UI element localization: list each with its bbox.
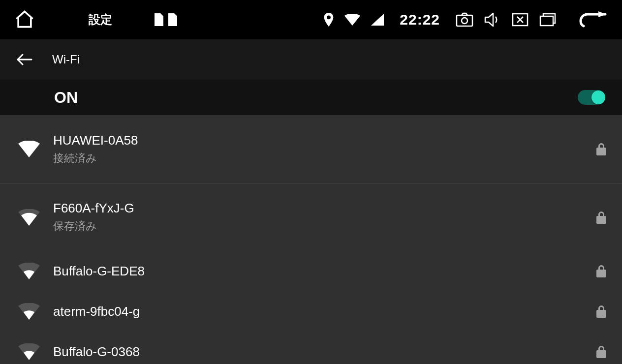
recent-apps-icon[interactable]: [539, 13, 556, 27]
camera-icon[interactable]: [456, 12, 473, 27]
wifi-status: 接続済み: [53, 151, 138, 166]
wifi-network-row[interactable]: Buffalo-G-0368: [0, 332, 622, 364]
svg-rect-0: [457, 15, 472, 26]
wifi-toggle-label: ON: [54, 89, 78, 107]
wifi-ssid: Buffalo-G-EDE8: [53, 264, 145, 279]
volume-icon[interactable]: [484, 12, 501, 27]
page-header: Wi-Fi: [0, 39, 622, 80]
status-clock: 22:22: [400, 11, 440, 28]
wifi-toggle-row[interactable]: ON: [0, 80, 622, 115]
wifi-ssid: aterm-9fbc04-g: [53, 304, 140, 319]
lock-icon: [596, 305, 606, 318]
wifi-toggle-switch[interactable]: [578, 90, 605, 105]
wifi-signal-icon: [12, 303, 46, 320]
home-icon[interactable]: [14, 9, 35, 30]
wifi-network-row[interactable]: aterm-9fbc04-g: [0, 291, 622, 332]
lock-icon: [596, 211, 606, 224]
close-app-icon[interactable]: [512, 13, 529, 27]
wifi-signal-icon: [12, 141, 46, 157]
signal-icon: [371, 14, 384, 26]
wifi-network-row[interactable]: HUAWEI-0A58 接続済み: [0, 115, 622, 183]
wifi-network-row[interactable]: F660A-fYxJ-G 保存済み: [0, 183, 622, 251]
lock-icon: [596, 143, 606, 155]
location-icon: [324, 13, 334, 27]
wifi-ssid: F660A-fYxJ-G: [53, 201, 134, 216]
wifi-ssid: Buffalo-G-0368: [53, 344, 140, 360]
wifi-signal-icon: [12, 343, 46, 360]
lock-icon: [596, 345, 606, 358]
svg-rect-3: [540, 16, 553, 26]
page-title: Wi-Fi: [52, 53, 80, 66]
sd-cards-icon: [154, 13, 177, 26]
back-system-icon[interactable]: [579, 11, 607, 28]
status-bar: 設定 22:22: [0, 0, 622, 39]
wifi-status: 保存済み: [53, 219, 134, 234]
status-app-title: 設定: [89, 12, 112, 28]
wifi-ssid: HUAWEI-0A58: [53, 133, 138, 148]
wifi-signal-icon: [12, 263, 46, 279]
svg-point-1: [462, 18, 467, 24]
back-arrow-icon[interactable]: [16, 53, 32, 66]
wifi-network-row[interactable]: Buffalo-G-EDE8: [0, 251, 622, 291]
lock-icon: [596, 265, 606, 277]
wifi-signal-icon: [12, 209, 46, 226]
wifi-network-list: HUAWEI-0A58 接続済み F660A-fYxJ-G 保存済み: [0, 115, 622, 364]
wifi-status-icon: [344, 14, 360, 26]
